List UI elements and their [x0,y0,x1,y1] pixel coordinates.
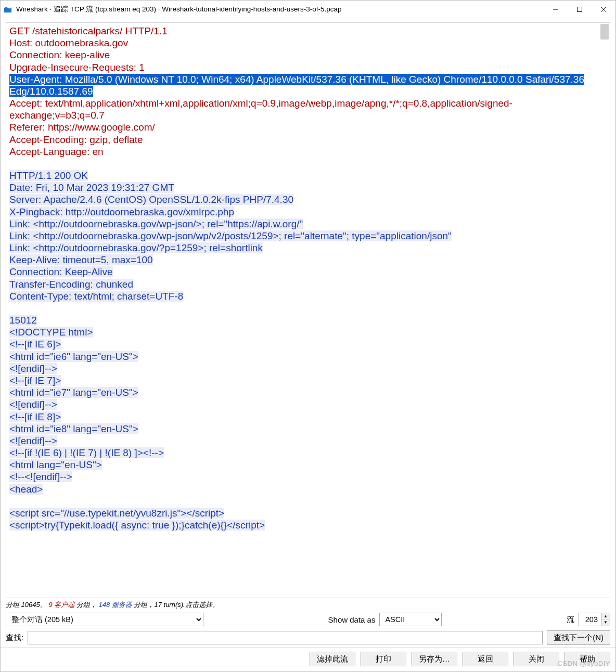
stream-value-input[interactable] [579,613,601,626]
window-title: Wireshark · 追踪 TCP 流 (tcp.stream eq 203)… [16,5,544,14]
close-dialog-button[interactable]: 关闭 [514,652,559,666]
minimize-button[interactable] [544,1,568,18]
tcp-stream-text[interactable]: GET /statehistoricalparks/ HTTP/1.1Host:… [6,22,610,598]
show-as-select[interactable]: ASCII [379,613,442,626]
app-window: Wireshark · 追踪 TCP 流 (tcp.stream eq 203)… [0,0,616,672]
print-button[interactable]: 打印 [361,652,406,666]
filter-out-button[interactable]: 滤掉此流 [310,652,355,666]
find-next-button[interactable]: 查找下一个(N) [547,630,610,645]
find-input[interactable] [28,631,543,644]
help-button[interactable]: 帮助 [564,652,610,666]
scrollbar-thumb[interactable] [600,24,609,40]
show-as-label: Show data as [328,615,376,624]
spin-down-icon[interactable]: ▼ [601,619,610,626]
button-bar: 滤掉此流 打印 另存为… 返回 关闭 帮助 [1,647,615,671]
status-prefix: 分组 10645。 [6,601,47,609]
find-label: 查找: [6,633,23,643]
wireshark-icon [4,5,12,14]
close-button[interactable] [592,1,615,18]
titlebar[interactable]: Wireshark · 追踪 TCP 流 (tcp.stream eq 203)… [1,1,615,18]
client-packet-count: 9 客户端 [48,601,74,609]
controls-panel: 整个对话 (205 kB) Show data as ASCII 流 ▲▼ 查找… [6,613,610,647]
content-area: GET /statehistoricalparks/ HTTP/1.1Host:… [1,18,615,647]
stream-spinner[interactable]: ▲▼ [579,613,610,626]
server-packet-count: 148 服务器 [99,601,132,609]
stream-label: 流 [567,615,574,625]
status-bar[interactable]: 分组 10645。 9 客户端 分组， 148 服务器 分组，17 turn(s… [6,598,610,613]
status-suffix: 分组，17 turn(s).点击选择。 [134,601,219,609]
conversation-select[interactable]: 整个对话 (205 kB) [6,613,203,626]
save-as-button[interactable]: 另存为… [412,652,457,666]
window-controls [544,1,615,18]
back-button[interactable]: 返回 [463,652,508,666]
status-mid: 分组， [76,601,97,609]
svg-rect-1 [578,7,582,11]
spin-up-icon[interactable]: ▲ [601,613,610,619]
maximize-button[interactable] [568,1,592,18]
